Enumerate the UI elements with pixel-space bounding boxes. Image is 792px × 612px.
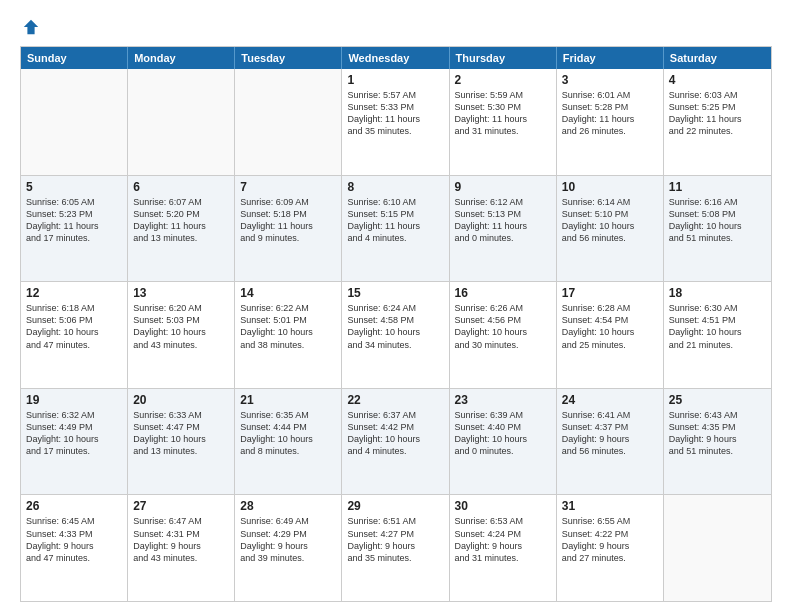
calendar-cell: 17Sunrise: 6:28 AM Sunset: 4:54 PM Dayli… — [557, 282, 664, 388]
calendar-cell: 13Sunrise: 6:20 AM Sunset: 5:03 PM Dayli… — [128, 282, 235, 388]
cell-text: Sunrise: 6:05 AM Sunset: 5:23 PM Dayligh… — [26, 196, 122, 245]
cell-text: Sunrise: 6:43 AM Sunset: 4:35 PM Dayligh… — [669, 409, 766, 458]
day-number: 16 — [455, 286, 551, 300]
calendar-body: 1Sunrise: 5:57 AM Sunset: 5:33 PM Daylig… — [21, 69, 771, 601]
day-number: 5 — [26, 180, 122, 194]
cell-text: Sunrise: 6:28 AM Sunset: 4:54 PM Dayligh… — [562, 302, 658, 351]
calendar-cell: 11Sunrise: 6:16 AM Sunset: 5:08 PM Dayli… — [664, 176, 771, 282]
cell-text: Sunrise: 6:53 AM Sunset: 4:24 PM Dayligh… — [455, 515, 551, 564]
day-number: 3 — [562, 73, 658, 87]
header-day: Wednesday — [342, 47, 449, 69]
day-number: 25 — [669, 393, 766, 407]
calendar-cell: 7Sunrise: 6:09 AM Sunset: 5:18 PM Daylig… — [235, 176, 342, 282]
day-number: 6 — [133, 180, 229, 194]
cell-text: Sunrise: 5:57 AM Sunset: 5:33 PM Dayligh… — [347, 89, 443, 138]
calendar-cell — [664, 495, 771, 601]
day-number: 9 — [455, 180, 551, 194]
calendar-cell: 16Sunrise: 6:26 AM Sunset: 4:56 PM Dayli… — [450, 282, 557, 388]
day-number: 17 — [562, 286, 658, 300]
calendar-cell: 5Sunrise: 6:05 AM Sunset: 5:23 PM Daylig… — [21, 176, 128, 282]
calendar-cell: 26Sunrise: 6:45 AM Sunset: 4:33 PM Dayli… — [21, 495, 128, 601]
calendar-cell — [235, 69, 342, 175]
day-number: 27 — [133, 499, 229, 513]
cell-text: Sunrise: 6:07 AM Sunset: 5:20 PM Dayligh… — [133, 196, 229, 245]
day-number: 22 — [347, 393, 443, 407]
cell-text: Sunrise: 6:12 AM Sunset: 5:13 PM Dayligh… — [455, 196, 551, 245]
day-number: 31 — [562, 499, 658, 513]
cell-text: Sunrise: 6:18 AM Sunset: 5:06 PM Dayligh… — [26, 302, 122, 351]
calendar-cell — [21, 69, 128, 175]
calendar-row: 12Sunrise: 6:18 AM Sunset: 5:06 PM Dayli… — [21, 281, 771, 388]
cell-text: Sunrise: 6:39 AM Sunset: 4:40 PM Dayligh… — [455, 409, 551, 458]
calendar-cell: 2Sunrise: 5:59 AM Sunset: 5:30 PM Daylig… — [450, 69, 557, 175]
calendar-cell: 29Sunrise: 6:51 AM Sunset: 4:27 PM Dayli… — [342, 495, 449, 601]
calendar-cell: 18Sunrise: 6:30 AM Sunset: 4:51 PM Dayli… — [664, 282, 771, 388]
cell-text: Sunrise: 6:49 AM Sunset: 4:29 PM Dayligh… — [240, 515, 336, 564]
calendar-cell: 12Sunrise: 6:18 AM Sunset: 5:06 PM Dayli… — [21, 282, 128, 388]
cell-text: Sunrise: 6:41 AM Sunset: 4:37 PM Dayligh… — [562, 409, 658, 458]
calendar-cell: 9Sunrise: 6:12 AM Sunset: 5:13 PM Daylig… — [450, 176, 557, 282]
calendar-cell: 31Sunrise: 6:55 AM Sunset: 4:22 PM Dayli… — [557, 495, 664, 601]
day-number: 11 — [669, 180, 766, 194]
calendar: SundayMondayTuesdayWednesdayThursdayFrid… — [20, 46, 772, 602]
cell-text: Sunrise: 6:55 AM Sunset: 4:22 PM Dayligh… — [562, 515, 658, 564]
cell-text: Sunrise: 6:20 AM Sunset: 5:03 PM Dayligh… — [133, 302, 229, 351]
cell-text: Sunrise: 6:03 AM Sunset: 5:25 PM Dayligh… — [669, 89, 766, 138]
cell-text: Sunrise: 6:33 AM Sunset: 4:47 PM Dayligh… — [133, 409, 229, 458]
calendar-cell: 24Sunrise: 6:41 AM Sunset: 4:37 PM Dayli… — [557, 389, 664, 495]
day-number: 18 — [669, 286, 766, 300]
calendar-cell: 15Sunrise: 6:24 AM Sunset: 4:58 PM Dayli… — [342, 282, 449, 388]
calendar-cell: 10Sunrise: 6:14 AM Sunset: 5:10 PM Dayli… — [557, 176, 664, 282]
header-day: Sunday — [21, 47, 128, 69]
header-day: Monday — [128, 47, 235, 69]
day-number: 7 — [240, 180, 336, 194]
day-number: 30 — [455, 499, 551, 513]
calendar-header: SundayMondayTuesdayWednesdayThursdayFrid… — [21, 47, 771, 69]
calendar-row: 1Sunrise: 5:57 AM Sunset: 5:33 PM Daylig… — [21, 69, 771, 175]
cell-text: Sunrise: 6:37 AM Sunset: 4:42 PM Dayligh… — [347, 409, 443, 458]
header-day: Tuesday — [235, 47, 342, 69]
day-number: 19 — [26, 393, 122, 407]
logo — [20, 18, 40, 36]
calendar-cell: 4Sunrise: 6:03 AM Sunset: 5:25 PM Daylig… — [664, 69, 771, 175]
header-day: Friday — [557, 47, 664, 69]
page: SundayMondayTuesdayWednesdayThursdayFrid… — [0, 0, 792, 612]
logo-icon — [22, 18, 40, 36]
day-number: 1 — [347, 73, 443, 87]
cell-text: Sunrise: 6:51 AM Sunset: 4:27 PM Dayligh… — [347, 515, 443, 564]
calendar-cell: 8Sunrise: 6:10 AM Sunset: 5:15 PM Daylig… — [342, 176, 449, 282]
calendar-cell: 6Sunrise: 6:07 AM Sunset: 5:20 PM Daylig… — [128, 176, 235, 282]
day-number: 23 — [455, 393, 551, 407]
cell-text: Sunrise: 6:30 AM Sunset: 4:51 PM Dayligh… — [669, 302, 766, 351]
day-number: 10 — [562, 180, 658, 194]
calendar-cell: 20Sunrise: 6:33 AM Sunset: 4:47 PM Dayli… — [128, 389, 235, 495]
calendar-cell: 30Sunrise: 6:53 AM Sunset: 4:24 PM Dayli… — [450, 495, 557, 601]
calendar-cell: 21Sunrise: 6:35 AM Sunset: 4:44 PM Dayli… — [235, 389, 342, 495]
cell-text: Sunrise: 6:10 AM Sunset: 5:15 PM Dayligh… — [347, 196, 443, 245]
calendar-cell: 1Sunrise: 5:57 AM Sunset: 5:33 PM Daylig… — [342, 69, 449, 175]
day-number: 29 — [347, 499, 443, 513]
calendar-cell: 14Sunrise: 6:22 AM Sunset: 5:01 PM Dayli… — [235, 282, 342, 388]
cell-text: Sunrise: 6:16 AM Sunset: 5:08 PM Dayligh… — [669, 196, 766, 245]
cell-text: Sunrise: 6:47 AM Sunset: 4:31 PM Dayligh… — [133, 515, 229, 564]
calendar-row: 5Sunrise: 6:05 AM Sunset: 5:23 PM Daylig… — [21, 175, 771, 282]
cell-text: Sunrise: 6:32 AM Sunset: 4:49 PM Dayligh… — [26, 409, 122, 458]
day-number: 20 — [133, 393, 229, 407]
cell-text: Sunrise: 6:26 AM Sunset: 4:56 PM Dayligh… — [455, 302, 551, 351]
cell-text: Sunrise: 6:09 AM Sunset: 5:18 PM Dayligh… — [240, 196, 336, 245]
calendar-cell: 25Sunrise: 6:43 AM Sunset: 4:35 PM Dayli… — [664, 389, 771, 495]
day-number: 24 — [562, 393, 658, 407]
calendar-row: 19Sunrise: 6:32 AM Sunset: 4:49 PM Dayli… — [21, 388, 771, 495]
day-number: 13 — [133, 286, 229, 300]
calendar-cell: 28Sunrise: 6:49 AM Sunset: 4:29 PM Dayli… — [235, 495, 342, 601]
day-number: 26 — [26, 499, 122, 513]
calendar-cell: 19Sunrise: 6:32 AM Sunset: 4:49 PM Dayli… — [21, 389, 128, 495]
calendar-cell: 27Sunrise: 6:47 AM Sunset: 4:31 PM Dayli… — [128, 495, 235, 601]
cell-text: Sunrise: 6:14 AM Sunset: 5:10 PM Dayligh… — [562, 196, 658, 245]
cell-text: Sunrise: 6:45 AM Sunset: 4:33 PM Dayligh… — [26, 515, 122, 564]
header-day: Saturday — [664, 47, 771, 69]
day-number: 14 — [240, 286, 336, 300]
calendar-row: 26Sunrise: 6:45 AM Sunset: 4:33 PM Dayli… — [21, 494, 771, 601]
day-number: 21 — [240, 393, 336, 407]
cell-text: Sunrise: 6:01 AM Sunset: 5:28 PM Dayligh… — [562, 89, 658, 138]
